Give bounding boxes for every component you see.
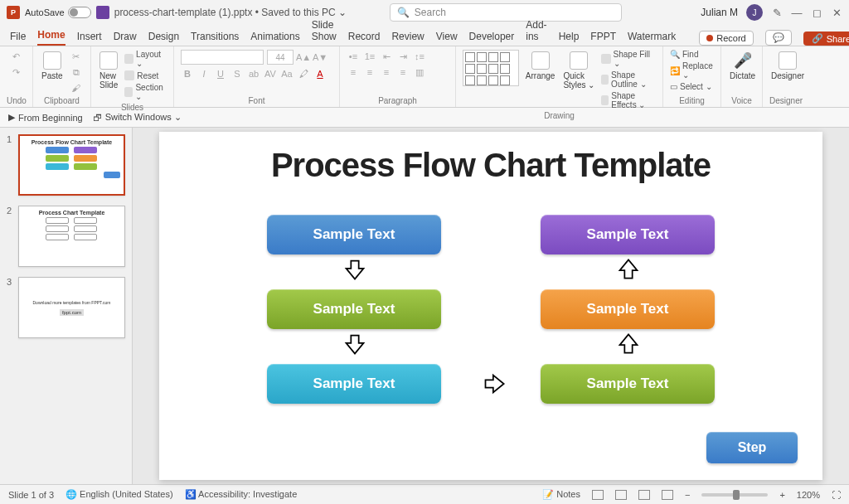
shape-outline-button[interactable]: Shape Outline ⌄ (601, 70, 656, 89)
underline-button[interactable]: U (214, 67, 227, 80)
tab-home[interactable]: Home (37, 26, 65, 46)
tab-addins[interactable]: Add-ins (526, 16, 546, 46)
slide-title[interactable]: Process Flow Chart Template (159, 147, 822, 184)
search-input[interactable]: 🔍 Search (390, 3, 622, 22)
zoom-out-button[interactable]: − (685, 490, 690, 500)
redo-icon[interactable]: ↷ (10, 65, 23, 79)
arrow-right-icon[interactable] (483, 372, 506, 395)
arrow-down-icon[interactable] (343, 332, 366, 356)
tab-design[interactable]: Design (148, 27, 179, 46)
tab-view[interactable]: View (436, 27, 458, 46)
align-right-icon[interactable]: ≡ (380, 65, 393, 79)
indent-inc-icon[interactable]: ⇥ (396, 50, 410, 63)
step-box[interactable]: Step (706, 432, 798, 463)
tab-record[interactable]: Record (348, 27, 381, 46)
indent-dec-icon[interactable]: ⇤ (380, 50, 393, 63)
shapes-gallery[interactable] (463, 50, 519, 86)
normal-view-icon[interactable] (592, 490, 604, 500)
section-button[interactable]: Section ⌄ (124, 83, 167, 101)
shadow-button[interactable]: ab (247, 67, 260, 80)
thumbnail-1[interactable]: 1 Process Flow Chart Template (7, 134, 125, 196)
tab-fppt[interactable]: FPPT (590, 27, 616, 46)
font-size-select[interactable] (267, 50, 294, 65)
accessibility-status[interactable]: ♿ Accessibility: Investigate (185, 489, 298, 500)
toggle-off-icon[interactable] (68, 7, 91, 18)
align-center-icon[interactable]: ≡ (363, 65, 376, 79)
format-painter-icon[interactable]: 🖌 (70, 81, 83, 94)
find-button[interactable]: 🔍 Find (670, 50, 698, 59)
copy-icon[interactable]: ⧉ (70, 65, 83, 79)
record-button[interactable]: Record (699, 31, 753, 46)
bullets-icon[interactable]: •≡ (347, 50, 360, 63)
bold-button[interactable]: B (181, 67, 194, 80)
shape-fill-button[interactable]: Shape Fill ⌄ (601, 50, 656, 68)
layout-button[interactable]: Layout ⌄ (124, 50, 167, 68)
arrange-button[interactable]: Arrange (524, 50, 557, 82)
columns-icon[interactable]: ▥ (413, 65, 426, 79)
slide-counter[interactable]: Slide 1 of 3 (8, 490, 54, 500)
from-beginning-button[interactable]: ▶ From Beginning (8, 112, 83, 123)
reading-view-icon[interactable] (638, 490, 650, 500)
user-name[interactable]: Julian M (701, 7, 738, 18)
tab-animations[interactable]: Animations (250, 27, 299, 46)
comments-button[interactable]: 💬 (765, 30, 792, 46)
dec-font-icon[interactable]: A▼ (313, 51, 327, 64)
zoom-slider[interactable] (701, 493, 768, 497)
italic-button[interactable]: I (197, 67, 211, 80)
slide-canvas[interactable]: Process Flow Chart Template Sample Text … (133, 128, 849, 484)
avatar[interactable]: J (746, 4, 763, 21)
align-left-icon[interactable]: ≡ (347, 65, 360, 79)
tab-transitions[interactable]: Transitions (191, 27, 239, 46)
flow-box-2[interactable]: Sample Text (267, 289, 441, 329)
font-family-select[interactable] (181, 50, 264, 65)
replace-button[interactable]: 🔁 Replace ⌄ (670, 61, 714, 80)
new-slide-button[interactable]: New Slide (98, 50, 119, 91)
minimize-icon[interactable]: — (791, 7, 803, 18)
dictate-button[interactable]: 🎤Dictate (728, 50, 757, 82)
thumbnail-3[interactable]: 3 Download more templates from FPPT.com … (7, 277, 125, 338)
fit-to-window-icon[interactable]: ⛶ (832, 490, 841, 500)
zoom-in-button[interactable]: + (779, 490, 784, 500)
flow-box-3[interactable]: Sample Text (267, 364, 441, 404)
share-button[interactable]: 🔗 Share ⌄ (803, 32, 849, 46)
shape-effects-button[interactable]: Shape Effects ⌄ (601, 91, 656, 109)
tab-insert[interactable]: Insert (77, 27, 102, 46)
slideshow-view-icon[interactable] (662, 490, 673, 500)
tab-review[interactable]: Review (391, 27, 424, 46)
flow-box-1[interactable]: Sample Text (267, 215, 441, 254)
tab-file[interactable]: File (10, 27, 26, 46)
undo-icon[interactable]: ↶ (10, 50, 23, 63)
justify-icon[interactable]: ≡ (396, 65, 410, 79)
paste-button[interactable]: Paste (40, 50, 65, 82)
line-spacing-icon[interactable]: ↕≡ (413, 50, 426, 63)
flow-box-5[interactable]: Sample Text (541, 289, 715, 329)
language-status[interactable]: 🌐 English (United States) (65, 489, 173, 500)
highlight-button[interactable]: 🖍 (297, 67, 310, 80)
save-icon[interactable] (96, 6, 109, 19)
slide[interactable]: Process Flow Chart Template Sample Text … (159, 132, 822, 480)
tab-developer[interactable]: Developer (469, 27, 515, 46)
thumbnail-2[interactable]: 2 Process Chart Template (7, 206, 125, 267)
reset-button[interactable]: Reset (124, 70, 167, 80)
tab-slideshow[interactable]: Slide Show (312, 16, 337, 46)
inc-font-icon[interactable]: A▲ (297, 51, 310, 64)
switch-windows-button[interactable]: 🗗 Switch Windows ⌄ (93, 112, 182, 123)
autosave-toggle[interactable]: AutoSave (25, 7, 91, 18)
cut-icon[interactable]: ✂ (70, 50, 83, 63)
arrow-up-icon[interactable] (617, 332, 640, 356)
designer-button[interactable]: Designer (769, 50, 806, 82)
arrow-up-icon[interactable] (617, 258, 640, 281)
maximize-icon[interactable]: ◻ (811, 7, 822, 18)
notes-button[interactable]: 📝 Notes (542, 489, 580, 500)
select-button[interactable]: ▭ Select ⌄ (670, 82, 712, 91)
flow-box-6[interactable]: Sample Text (541, 364, 715, 404)
tab-watermark[interactable]: Watermark (628, 27, 676, 46)
tab-help[interactable]: Help (559, 27, 580, 46)
strike-button[interactable]: S (230, 67, 244, 80)
close-icon[interactable]: ✕ (831, 7, 842, 18)
arrow-down-icon[interactable] (343, 258, 366, 281)
font-color-button[interactable]: A (313, 67, 327, 80)
char-spacing-button[interactable]: AV (264, 67, 277, 80)
sorter-view-icon[interactable] (615, 490, 627, 500)
quick-styles-button[interactable]: Quick Styles ⌄ (561, 50, 596, 91)
